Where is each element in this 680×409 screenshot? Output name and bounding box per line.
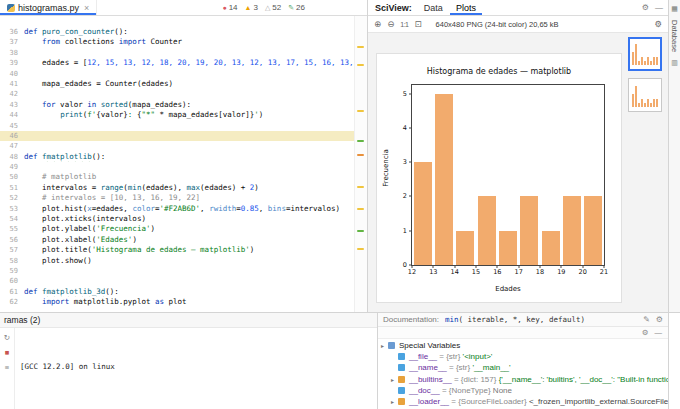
variable-row[interactable]: __doc__ = {NoneType} None — [378, 385, 668, 396]
documentation-label: Documentation: — [383, 315, 439, 324]
code-line[interactable]: 41 mapa_edades = Counter(edades) — [0, 79, 355, 89]
variables-panel: Documentation: min( iterable, *, key, de… — [378, 313, 668, 409]
y-tick-mark — [409, 196, 412, 197]
variable-row[interactable]: ▸__loader__ = {SourceFileLoader} <_froze… — [378, 396, 668, 407]
grid-icon[interactable]: ▦ — [671, 5, 678, 13]
plot-image: Histograma de edades — matplotlib Frecue… — [376, 53, 622, 303]
variables-list: ▸Special Variables__file__ = {str} '<inp… — [378, 339, 668, 409]
code-line[interactable]: 36def puro_con_counter(): — [0, 27, 355, 37]
x-tick-label: 15 — [472, 268, 480, 276]
plots-toolbar: ⊕ ⊖ 1:1 ⊡ 640x480 PNG (24-bit color) 20,… — [368, 16, 668, 33]
inspection-warning[interactable]: ▲3 — [245, 3, 258, 12]
gear-icon[interactable]: ⚙ — [642, 328, 649, 337]
console-output[interactable]: [GCC 12.2.0] on linux — [15, 328, 377, 409]
x-tick-label: 18 — [536, 268, 544, 276]
code-line[interactable]: 37 from collections import Counter — [0, 37, 355, 47]
inspection-mark[interactable] — [357, 64, 364, 66]
stripe-tab-database[interactable]: Database — [670, 20, 679, 52]
edit-source-icon[interactable]: ✎ — [643, 315, 650, 324]
code-line[interactable]: 49 — [0, 162, 355, 172]
variable-icon — [398, 387, 405, 394]
code-line[interactable]: 48def fmatplotlib(): — [0, 152, 355, 162]
inspection-mark[interactable] — [357, 154, 364, 156]
code-line[interactable]: 47 — [0, 141, 355, 151]
inspection-mark[interactable] — [357, 186, 364, 188]
hide-panel-icon[interactable]: — — [655, 328, 663, 337]
main-area: histogramas.py × ●14▲3△52✎26 36def puro_… — [0, 0, 668, 312]
tab-data[interactable]: Data — [418, 0, 449, 15]
hide-panel-icon[interactable]: — — [655, 3, 663, 12]
tab-plots[interactable]: Plots — [450, 0, 482, 15]
x-tick-label: 14 — [451, 268, 459, 276]
y-tick-label: 2 — [403, 192, 407, 200]
code-line[interactable]: 45 — [0, 121, 355, 131]
chart-title: Histograma de edades — matplotlib — [377, 67, 621, 76]
code-line[interactable]: 57 plot.title('Histograma de edades — ma… — [0, 245, 355, 255]
plots-settings-icon[interactable]: ⚙ — [654, 19, 662, 29]
gear-icon[interactable]: ⚙ — [642, 3, 649, 12]
stripe-tab-documentation[interactable]: Documentation — [669, 312, 680, 409]
inspection-mark[interactable] — [357, 230, 364, 232]
plot-axes: 12131415161718192021012345 — [411, 84, 605, 266]
variable-row[interactable]: ▸__builtins__ = {dict: 157} {'__name__':… — [378, 374, 668, 385]
fit-to-window-icon[interactable]: ⊡ — [414, 19, 421, 29]
tab-histogramas-py[interactable]: histogramas.py × — [0, 0, 97, 15]
menu-icon[interactable]: ≡ — [5, 363, 9, 372]
x-tick-label: 16 — [493, 268, 501, 276]
zoom-out-icon[interactable]: ⊖ — [387, 19, 394, 29]
inspection-mark[interactable] — [357, 208, 364, 210]
variable-row[interactable]: __name__ = {str} '__main__' — [378, 362, 668, 373]
code-line[interactable]: 52 # intervalos = [10, 13, 16, 19, 22] — [0, 193, 355, 203]
rerun-icon[interactable]: ↻ — [4, 333, 10, 342]
code-editor[interactable]: 36def puro_con_counter():37 from collect… — [0, 16, 367, 312]
code-line[interactable]: 60 — [0, 276, 355, 286]
code-line[interactable]: 44 print(f'{valor}: {"*" * mapa_edades[v… — [0, 110, 355, 120]
inspection-mark[interactable] — [357, 46, 364, 48]
plot-viewer[interactable]: Histograma de edades — matplotlib Frecue… — [368, 33, 622, 312]
gear-icon[interactable]: ⚙ — [656, 315, 663, 324]
error-icon: ● — [222, 4, 226, 11]
inspection-mark[interactable] — [357, 140, 364, 142]
code-line[interactable]: 50 # matplotlib — [0, 172, 355, 182]
stop-icon[interactable]: ■ — [5, 348, 10, 357]
editor-scrollbar[interactable] — [354, 16, 367, 312]
code-line[interactable]: 51 intervalos = range(min(edades), max(e… — [0, 183, 355, 193]
code-line[interactable]: 46 — [0, 131, 355, 141]
code-line[interactable]: 43 for valor in sorted(mapa_edades): — [0, 100, 355, 110]
code-line[interactable]: 40 — [0, 69, 355, 79]
code-line[interactable]: 39 edades = [12, 15, 13, 12, 18, 20, 19,… — [0, 58, 355, 68]
weak-icon: △ — [265, 4, 270, 11]
code-line[interactable]: 61def fmatplotlib_3d(): — [0, 287, 355, 297]
editor-pane: histogramas.py × ●14▲3△52✎26 36def puro_… — [0, 0, 368, 312]
code-line[interactable]: 53 plot.hist(x=edades, color='#F2AB6D', … — [0, 204, 355, 214]
code-line[interactable]: 54 plot.xticks(intervalos) — [0, 214, 355, 224]
close-tab-icon[interactable]: × — [84, 3, 89, 13]
zoom-in-icon[interactable]: ⊕ — [374, 19, 381, 29]
code-line[interactable]: 38 — [0, 48, 355, 58]
histogram-bar — [456, 231, 474, 265]
y-tick-mark — [409, 162, 412, 163]
inspection-typo[interactable]: ✎26 — [288, 3, 305, 12]
code-line[interactable]: 58 plot.show() — [0, 256, 355, 266]
inspection-weak[interactable]: △52 — [265, 3, 281, 12]
code-line[interactable]: 56 plot.xlabel('Edades') — [0, 235, 355, 245]
plot-thumbnail[interactable] — [628, 78, 662, 112]
x-tick-mark — [476, 265, 477, 268]
code-line[interactable]: 59 — [0, 266, 355, 276]
inspection-error[interactable]: ●14 — [222, 3, 237, 12]
variables-group-row[interactable]: ▸Special Variables — [378, 340, 668, 351]
console-tab[interactable]: ramas (2) — [4, 315, 40, 325]
sciview-header: SciView: Data Plots ⚙ — — [368, 0, 668, 16]
inspection-mark[interactable] — [357, 248, 364, 250]
actual-size-icon[interactable]: 1:1 — [400, 21, 408, 28]
sciview-stripe-icon[interactable]: ▥ — [671, 59, 678, 67]
documentation-signature: min( iterable, *, key, default) — [445, 315, 585, 324]
inspections-widget[interactable]: ●14▲3△52✎26 — [222, 0, 305, 15]
code-line[interactable]: 62 import matplotlib.pyplot as plot — [0, 297, 355, 307]
code-line[interactable]: 55 plot.ylabel('Frecuencia') — [0, 224, 355, 234]
code-line[interactable]: 42 — [0, 89, 355, 99]
plot-thumbnail-selected[interactable] — [628, 37, 662, 71]
console-body: ↻ ■ ≡ [GCC 12.2.0] on linux — [0, 328, 377, 409]
inspection-mark[interactable] — [357, 110, 364, 112]
variable-row[interactable]: __file__ = {str} '<input>' — [378, 351, 668, 362]
